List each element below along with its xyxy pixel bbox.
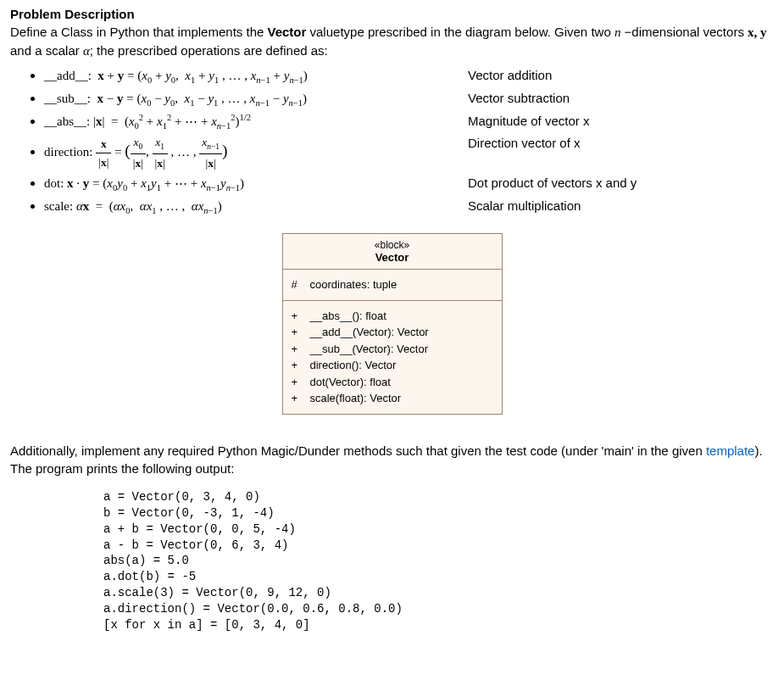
uml-method-vis: +	[292, 341, 300, 358]
uml-method-row: + dot(Vector): float	[292, 374, 493, 391]
uml-method-vis: +	[292, 308, 300, 325]
op-direction-desc: Direction vector of x	[468, 133, 774, 172]
uml-method-row: + direction(): Vector	[292, 357, 493, 374]
uml-method-sig: dot(Vector): float	[310, 374, 493, 391]
uml-attr-row: # coordinates: tuple	[292, 276, 493, 293]
uml-method-vis: +	[292, 324, 300, 341]
uml-box: «block» Vector # coordinates: tuple + __…	[282, 233, 503, 415]
uml-class-name: Vector	[283, 251, 502, 264]
uml-method-sig: __add__(Vector): Vector	[310, 324, 493, 341]
op-dot: dot: x · y = (x0y0 + x1y1 + ⋯ + xn−1yn−1…	[44, 173, 774, 196]
para2-text-1: Additionally, implement any required Pyt…	[10, 443, 706, 458]
uml-method-sig: __abs__(): float	[310, 308, 493, 325]
uml-method-vis: +	[292, 390, 300, 407]
uml-method-row: + __sub__(Vector): Vector	[292, 341, 493, 358]
additional-paragraph: Additionally, implement any required Pyt…	[10, 442, 774, 477]
op-dot-def: dot: x · y = (x0y0 + x1y1 + ⋯ + xn−1yn−1…	[44, 173, 468, 196]
intro-text-1: Define a Class in Python that implements…	[10, 25, 268, 39]
intro-alpha: α	[83, 44, 90, 58]
op-add: __add__: x + y = (x0 + y0, x1 + y1 , … ,…	[44, 65, 774, 88]
uml-methods-section: + __abs__(): float + __add__(Vector): Ve…	[283, 301, 502, 414]
op-abs: __abs__: |x| = (x02 + x12 + ⋯ + xn−12)1/…	[44, 111, 774, 134]
uml-attr-vis: #	[292, 276, 300, 293]
operations-list: __add__: x + y = (x0 + y0, x1 + y1 , … ,…	[44, 65, 774, 218]
uml-stereotype: «block»	[283, 239, 502, 251]
op-direction-def: direction: x|x| = (x0|x|, x1|x| , … , xn…	[44, 133, 468, 172]
op-sub: __sub__: x − y = (x0 − y0, x1 − y1 , … ,…	[44, 88, 774, 111]
uml-method-sig: __sub__(Vector): Vector	[310, 341, 493, 358]
op-dot-desc: Dot product of vectors x and y	[468, 173, 774, 196]
intro-text-4: and a scalar	[10, 43, 83, 58]
uml-method-sig: direction(): Vector	[310, 357, 493, 374]
uml-method-row: + __abs__(): float	[292, 308, 493, 325]
uml-diagram-container: «block» Vector # coordinates: tuple + __…	[10, 233, 774, 415]
intro-text-2: valuetype prescribed in the diagram belo…	[306, 25, 614, 39]
uml-method-vis: +	[292, 374, 300, 391]
intro-text-3: −dimensional vectors	[620, 25, 748, 39]
intro-vector-bold: Vector	[268, 25, 307, 39]
op-scale-desc: Scalar multiplication	[468, 196, 774, 219]
op-add-def: __add__: x + y = (x0 + y0, x1 + y1 , … ,…	[44, 65, 468, 88]
section-heading: Problem Description	[10, 7, 774, 21]
op-scale: scale: αx = (αx0, αx1 , … , αxn−1) Scala…	[44, 196, 774, 219]
uml-header: «block» Vector	[283, 234, 502, 270]
uml-attributes-section: # coordinates: tuple	[283, 270, 502, 301]
op-direction: direction: x|x| = (x0|x|, x1|x| , … , xn…	[44, 133, 774, 172]
intro-text-5: ; the prescribed operations are defined …	[90, 43, 328, 58]
template-link[interactable]: template	[706, 443, 755, 458]
uml-method-sig: scale(float): Vector	[310, 390, 493, 407]
op-abs-desc: Magnitude of vector x	[468, 111, 774, 134]
expected-output-code: a = Vector(0, 3, 4, 0) b = Vector(0, -3,…	[103, 489, 774, 633]
uml-method-row: + scale(float): Vector	[292, 390, 493, 407]
intro-xy: x, y	[748, 25, 767, 39]
intro-paragraph: Define a Class in Python that implements…	[10, 23, 774, 60]
op-sub-def: __sub__: x − y = (x0 − y0, x1 − y1 , … ,…	[44, 88, 468, 111]
op-sub-desc: Vector subtraction	[468, 88, 774, 111]
uml-method-row: + __add__(Vector): Vector	[292, 324, 493, 341]
uml-method-vis: +	[292, 357, 300, 374]
op-scale-def: scale: αx = (αx0, αx1 , … , αxn−1)	[44, 196, 468, 219]
op-abs-def: __abs__: |x| = (x02 + x12 + ⋯ + xn−12)1/…	[44, 111, 468, 134]
uml-attr-sig: coordinates: tuple	[310, 276, 493, 293]
op-add-desc: Vector addition	[468, 65, 774, 88]
